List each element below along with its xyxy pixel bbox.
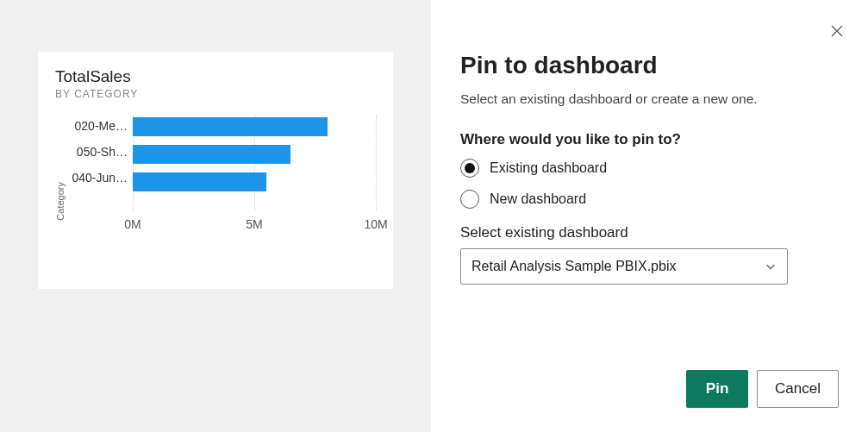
bar (133, 117, 328, 136)
plot-area: 0M 5M 10M (133, 116, 376, 228)
dashboard-select[interactable]: Retail Analysis Sample PBIX.pbix (460, 248, 788, 285)
category-labels: 020-Me… 050-Sh… 040-Jun… (71, 116, 128, 262)
chart-card: TotalSales BY CATEGORY Category 020-Me… … (38, 52, 393, 289)
close-button[interactable] (830, 24, 844, 38)
chart-title: TotalSales (55, 67, 376, 86)
preview-panel: TotalSales BY CATEGORY Category 020-Me… … (0, 0, 431, 432)
dialog-subtitle: Select an existing dashboard or create a… (460, 91, 839, 107)
cancel-button[interactable]: Cancel (757, 370, 839, 408)
y-axis-label: Category (55, 158, 66, 221)
radio-label: Existing dashboard (490, 160, 607, 176)
x-ticks: 0M 5M 10M (133, 217, 376, 235)
radio-icon (460, 159, 479, 178)
x-tick: 10M (364, 217, 387, 231)
category-label: 050-Sh… (71, 145, 128, 159)
bars (133, 117, 376, 191)
close-icon (830, 24, 844, 38)
pin-dialog: Pin to dashboard Select an existing dash… (431, 0, 868, 432)
pin-button[interactable]: Pin (686, 370, 748, 408)
dialog-buttons: Pin Cancel (686, 370, 839, 408)
category-label: 020-Me… (71, 119, 128, 133)
chart-body: Category 020-Me… 050-Sh… 040-Jun… 0M 5M (55, 116, 376, 262)
bar (133, 145, 290, 164)
category-label: 040-Jun… (71, 171, 128, 185)
radio-label: New dashboard (490, 191, 586, 207)
select-label: Select existing dashboard (460, 224, 839, 241)
x-tick: 0M (124, 217, 141, 231)
radio-icon (460, 190, 479, 209)
radio-new-dashboard[interactable]: New dashboard (460, 190, 839, 209)
chevron-down-icon (765, 260, 777, 272)
x-tick: 5M (246, 217, 262, 231)
select-value: Retail Analysis Sample PBIX.pbix (471, 259, 676, 274)
dialog-title: Pin to dashboard (460, 52, 839, 79)
radio-existing-dashboard[interactable]: Existing dashboard (460, 159, 839, 178)
gridline (376, 116, 377, 210)
where-heading: Where would you like to pin to? (460, 131, 839, 148)
chart-subtitle: BY CATEGORY (55, 88, 376, 100)
bar (133, 172, 266, 191)
